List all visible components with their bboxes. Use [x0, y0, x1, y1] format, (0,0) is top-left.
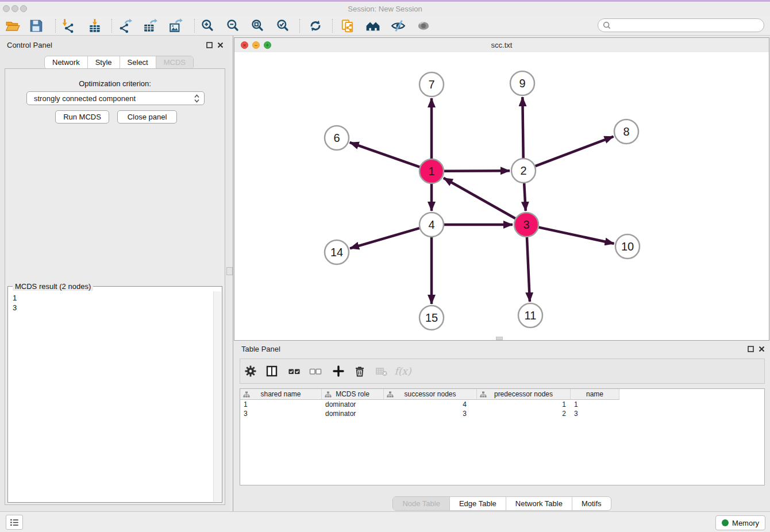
table-cell[interactable]: dominator	[322, 400, 384, 408]
table-cell[interactable]: 2	[477, 410, 571, 418]
table-cell[interactable]: 4	[384, 400, 477, 408]
graph-edge-2-3[interactable]	[524, 183, 526, 211]
graph-node-label-2: 2	[520, 164, 526, 177]
refresh-view-icon[interactable]	[308, 18, 323, 33]
column-header-name[interactable]: name	[571, 389, 619, 400]
graph-node-label-8: 8	[623, 125, 629, 138]
control-panel-title: Control Panel	[7, 41, 52, 49]
zoom-fit-content-icon[interactable]	[251, 18, 265, 33]
zoom-in-icon[interactable]	[201, 18, 215, 33]
close-panel-button[interactable]: Close panel	[117, 110, 177, 124]
graph-edge-1-2[interactable]	[444, 171, 510, 171]
table-cell[interactable]: dominator	[322, 410, 384, 418]
delete-column-icon[interactable]	[352, 364, 367, 379]
column-header-shared-name[interactable]: shared name	[240, 389, 322, 400]
tab-edge-table[interactable]: Edge Table	[449, 497, 506, 510]
mcds-result-list: 13	[8, 292, 214, 502]
zoom-selected-icon[interactable]	[276, 18, 291, 33]
create-column-icon[interactable]	[331, 364, 346, 379]
memory-label: Memory	[732, 519, 759, 527]
column-header-predecessor-nodes[interactable]: predecessor nodes	[477, 389, 571, 400]
network-snapshot-icon[interactable]	[340, 18, 355, 33]
export-table-icon[interactable]	[143, 18, 158, 33]
table-cell[interactable]: 1	[477, 400, 571, 408]
mcds-tab-content: Optimization criterion: strongly connect…	[5, 68, 225, 505]
application-window: Session: New Session	[0, 0, 770, 532]
memory-button[interactable]: Memory	[715, 515, 765, 530]
graph-edge-2-8[interactable]	[536, 137, 614, 167]
delete-table-icon[interactable]	[374, 364, 389, 379]
graph-edge-2-9[interactable]	[522, 97, 523, 158]
import-table-icon[interactable]	[88, 18, 103, 33]
close-table-panel-icon[interactable]	[758, 345, 765, 353]
tab-network[interactable]: Network	[45, 56, 87, 69]
graph-edge-3-11[interactable]	[527, 237, 530, 302]
horizontal-splitter-handle[interactable]	[496, 337, 503, 340]
graph-edge-1-6[interactable]	[350, 142, 420, 167]
tab-motifs[interactable]: Motifs	[572, 497, 611, 510]
column-settings-icon[interactable]	[243, 364, 258, 379]
tab-network-table[interactable]: Network Table	[506, 497, 572, 510]
window-title: Session: New Session	[0, 2, 770, 16]
table-cell[interactable]: 1	[571, 400, 619, 408]
tab-mcds[interactable]: MCDS	[156, 56, 193, 69]
graph-edge-4-14[interactable]	[350, 228, 419, 248]
float-panel-icon[interactable]	[206, 41, 213, 49]
vertical-splitter-handle[interactable]	[226, 267, 233, 275]
open-session-icon[interactable]	[5, 18, 20, 33]
run-mcds-button[interactable]: Run MCDS	[55, 110, 109, 124]
result-item[interactable]: 3	[13, 303, 209, 313]
task-history-button[interactable]	[6, 515, 23, 530]
toolbar-separator	[111, 19, 112, 33]
table-cell[interactable]: 3	[240, 410, 322, 418]
tab-select[interactable]: Select	[120, 56, 156, 69]
tab-node-table[interactable]: Node Table	[393, 497, 449, 510]
optimization-select[interactable]: strongly connected component	[26, 91, 205, 105]
mcds-result-legend: MCDS result (2 nodes)	[13, 282, 93, 291]
function-builder-label: f(x)	[394, 365, 411, 377]
table-cell[interactable]: 1	[240, 400, 322, 408]
select-all-rows-icon[interactable]	[287, 364, 302, 379]
table-row[interactable]: 3dominator323	[240, 409, 764, 418]
birdseye-view-icon[interactable]	[416, 18, 431, 33]
table-cell[interactable]: 3	[384, 410, 477, 418]
zoom-out-icon[interactable]	[226, 18, 241, 33]
apply-preferred-layout-icon[interactable]	[365, 18, 380, 33]
network-canvas[interactable]: 1234678910111415	[234, 52, 769, 340]
optimization-label: Optimization criterion:	[5, 79, 225, 88]
deselect-all-rows-icon[interactable]	[308, 364, 323, 379]
graph-node-label-1: 1	[428, 165, 434, 178]
toggle-panel-mode-icon[interactable]	[264, 364, 279, 379]
hierarchy-icon	[387, 391, 394, 398]
vertical-splitter[interactable]	[233, 36, 233, 511]
close-panel-icon[interactable]	[217, 41, 224, 49]
main-toolbar	[0, 16, 770, 36]
column-header-MCDS-role[interactable]: MCDS role	[322, 389, 384, 400]
save-session-icon[interactable]	[29, 18, 44, 33]
graph-node-label-4: 4	[428, 218, 434, 231]
network-view-window: × − + scc.txt 1234678910111415	[234, 37, 769, 341]
graph-node-label-3: 3	[523, 218, 529, 231]
export-network-icon[interactable]	[118, 18, 133, 33]
node-table: shared name MCDS role successor nodes pr…	[240, 388, 765, 485]
optimization-value: strongly connected component	[27, 94, 194, 103]
search-input[interactable]	[611, 20, 764, 30]
column-header-label: successor nodes	[404, 390, 456, 398]
table-cell[interactable]: 3	[571, 410, 619, 418]
graph-edge-3-10[interactable]	[539, 228, 614, 244]
table-row[interactable]: 1dominator411	[240, 400, 764, 409]
graph-node-label-6: 6	[333, 132, 340, 144]
graph-edge-3-1[interactable]	[444, 178, 515, 218]
column-header-successor-nodes[interactable]: successor nodes	[384, 389, 477, 400]
result-item[interactable]: 1	[13, 293, 209, 303]
export-image-icon[interactable]	[168, 18, 183, 33]
function-builder-icon[interactable]: f(x)	[395, 364, 410, 379]
search-icon	[602, 21, 611, 30]
import-network-icon[interactable]	[60, 18, 75, 33]
memory-status-icon	[722, 519, 729, 526]
tab-style[interactable]: Style	[87, 56, 120, 69]
result-scrollbar[interactable]	[213, 291, 221, 502]
float-table-panel-icon[interactable]	[747, 345, 754, 353]
show-graphics-details-icon[interactable]	[391, 18, 406, 33]
mcds-result-box: MCDS result (2 nodes) 13	[7, 282, 222, 503]
